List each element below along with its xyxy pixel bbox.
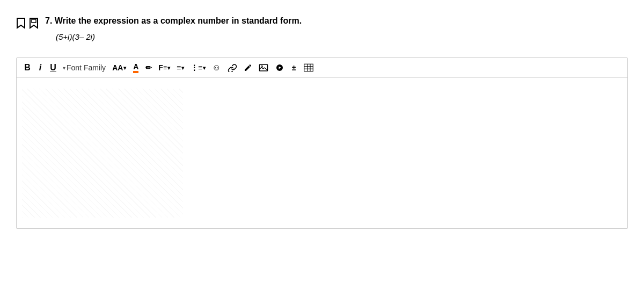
svg-rect-5 [304, 64, 313, 71]
format-caret: ▾ [167, 65, 170, 71]
font-size-button[interactable]: AA ▾ [110, 62, 128, 73]
more-list-icon: ⋮≡ [191, 63, 202, 72]
question-label: Write the expression as a complex number… [55, 16, 302, 25]
underline-button[interactable]: U [48, 62, 58, 74]
bold-button[interactable]: B [22, 62, 33, 74]
video-play-icon [275, 63, 284, 72]
emoji-icon: ☺ [212, 63, 221, 73]
math-button[interactable]: ± [289, 62, 299, 73]
editor-container: B i U ▾ Font Family AA ▾ A ✏ [16, 57, 628, 229]
image-button[interactable] [257, 62, 270, 73]
expression: (5+i)(3– 2i) [56, 32, 628, 41]
bookmark-icons [16, 16, 39, 29]
format-button[interactable]: F ≡ ▾ [156, 62, 172, 73]
question-area: 7. Write the expression as a complex num… [16, 11, 628, 41]
font-family-label: Font Family [67, 63, 106, 72]
highlight-button[interactable]: ✏ [143, 62, 154, 73]
bookmark-icon-1 [16, 17, 26, 29]
question-text: 7. Write the expression as a complex num… [45, 16, 628, 26]
pencil-icon: ✏ [145, 63, 152, 72]
editor-watermark [22, 89, 183, 218]
format-lines-icon: ≡ [163, 64, 167, 71]
aa-caret: ▾ [123, 65, 126, 71]
list-button[interactable]: ≡ ▾ [174, 62, 186, 73]
more-list-caret: ▾ [203, 65, 206, 71]
color-a-label: A [133, 62, 138, 73]
video-button[interactable] [273, 62, 287, 73]
list-icon: ≡ [177, 63, 181, 72]
table-icon [304, 63, 313, 72]
format-icon: F [158, 63, 163, 72]
image-icon [259, 63, 268, 72]
italic-button[interactable]: i [35, 62, 46, 74]
draw-icon [244, 63, 252, 72]
more-list-button[interactable]: ⋮≡ ▾ [188, 62, 208, 73]
aa-label: AA [112, 63, 123, 72]
svg-rect-0 [32, 19, 36, 23]
font-color-button[interactable]: A [130, 61, 141, 74]
link-button[interactable] [225, 62, 239, 73]
math-icon: ± [292, 63, 296, 72]
toolbar: B i U ▾ Font Family AA ▾ A ✏ [17, 58, 627, 78]
emoji-button[interactable]: ☺ [210, 62, 223, 74]
table-button[interactable] [302, 62, 316, 73]
question-number: 7. [45, 16, 52, 25]
link-icon [228, 63, 237, 72]
draw-button[interactable] [241, 62, 254, 73]
list-caret: ▾ [181, 65, 184, 71]
font-family-dropdown[interactable]: ▾ Font Family [61, 62, 108, 73]
editor-body[interactable] [17, 78, 627, 228]
bookmark-icon-2 [29, 17, 39, 29]
dropdown-arrow-before: ▾ [63, 65, 65, 71]
page-container: 7. Write the expression as a complex num… [0, 0, 644, 289]
question-content: 7. Write the expression as a complex num… [45, 16, 628, 41]
